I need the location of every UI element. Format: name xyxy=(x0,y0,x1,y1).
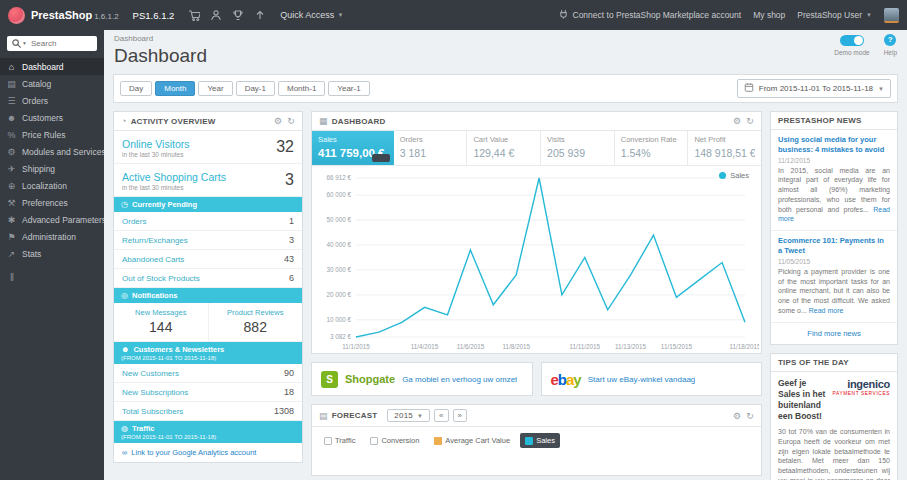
filter-button-month-1[interactable]: Month-1 xyxy=(278,81,325,96)
find-more-news-link[interactable]: Find more news xyxy=(771,323,897,344)
main-content: Dashboard Dashboard Demo mode ? Help Day… xyxy=(104,30,907,480)
sidebar-item-orders[interactable]: ☰Orders xyxy=(0,92,104,109)
kpi-net-profit[interactable]: Net Profit 148 918,51 € xyxy=(688,131,761,165)
date-range-picker[interactable]: From 2015-11-01 To 2015-11-18 ▼ xyxy=(737,79,891,98)
forecast-legend-traffic[interactable]: Traffic xyxy=(319,433,360,448)
sidebar-item-advanced-parameters[interactable]: ✱Advanced Parameters xyxy=(0,211,104,228)
forecast-panel: ▤ FORECAST 2015▼ « » ⚙↻ Traffic Conversi… xyxy=(311,404,762,476)
advanced-parameters-icon: ✱ xyxy=(6,215,17,225)
pending-row-orders[interactable]: Orders1 xyxy=(114,212,302,231)
sidebar-item-modules[interactable]: ⚙Modules and Services xyxy=(0,143,104,160)
product-reviews-cell[interactable]: Product Reviews 882 xyxy=(209,303,303,341)
svg-text:30 000 €: 30 000 € xyxy=(326,266,351,273)
gear-icon[interactable]: ⚙ xyxy=(274,116,282,126)
sidebar-item-price-rules[interactable]: %Price Rules xyxy=(0,126,104,143)
read-more-link[interactable]: Read more xyxy=(809,307,844,314)
brand-title[interactable]: PrestaShop1.6.1.2 xyxy=(31,9,119,21)
orders-icon: ☰ xyxy=(6,96,17,106)
tips-headline: Geef je Sales in het buitenland een Boos… xyxy=(778,378,828,422)
forecast-prev-button[interactable]: « xyxy=(434,409,448,422)
news-panel-title: PRESTASHOP NEWS xyxy=(778,116,862,125)
activity-clock-icon: ◔ xyxy=(121,116,127,126)
kpi-orders[interactable]: Orders 3 181 xyxy=(394,131,468,165)
tips-of-the-day-panel: TIPS OF THE DAY Geef je Sales in het bui… xyxy=(770,353,898,480)
filter-button-day[interactable]: Day xyxy=(120,81,152,96)
quick-access-menu[interactable]: Quick Access▼ xyxy=(280,10,343,20)
sidebar-item-administration[interactable]: ⚑Administration xyxy=(0,228,104,245)
sidebar-item-shipping[interactable]: ✈Shipping xyxy=(0,160,104,177)
sidebar-item-stats[interactable]: ↗Stats xyxy=(0,245,104,262)
page-title: Dashboard xyxy=(114,45,897,67)
ebay-link[interactable]: Start uw eBay-winkel vandaag xyxy=(588,375,696,384)
prestashop-logo-icon[interactable] xyxy=(8,7,25,24)
user-menu[interactable]: PrestaShop User▼ xyxy=(797,10,872,20)
active-carts-stat[interactable]: Active Shopping Carts in the last 30 min… xyxy=(114,164,302,197)
kpi-cart-value[interactable]: Cart Value 129,44 € xyxy=(467,131,541,165)
chart-legend[interactable]: Sales xyxy=(719,171,749,180)
filter-button-year-1[interactable]: Year-1 xyxy=(328,81,369,96)
orders-notification-icon[interactable] xyxy=(188,9,200,21)
dashboard-panel-icon: ▦ xyxy=(319,116,328,126)
forecast-legend-conversion[interactable]: Conversion xyxy=(365,433,424,448)
plug-icon xyxy=(558,8,569,22)
sidebar-collapse-button[interactable]: ‖ xyxy=(10,272,104,283)
filter-button-day-1[interactable]: Day-1 xyxy=(236,81,275,96)
trophy-icon[interactable] xyxy=(232,9,244,21)
svg-text:11/4/2015: 11/4/2015 xyxy=(411,343,439,350)
demo-mode-toggle[interactable] xyxy=(840,35,864,46)
svg-text:40 000 €: 40 000 € xyxy=(326,241,351,248)
pending-row-out-of-stock[interactable]: Out of Stock Products6 xyxy=(114,269,302,288)
breadcrumb[interactable]: Dashboard xyxy=(114,34,897,43)
sidebar-item-localization[interactable]: ⊕Localization xyxy=(0,177,104,194)
sidebar-item-preferences[interactable]: ⚒Preferences xyxy=(0,194,104,211)
forecast-year-select[interactable]: 2015▼ xyxy=(387,409,430,422)
shopgate-link[interactable]: Ga mobiel en verhoog uw omzet xyxy=(402,375,517,384)
customers-row-new-customers[interactable]: New Customers90 xyxy=(114,364,302,383)
user-avatar[interactable] xyxy=(884,8,899,23)
customers-row-total-subscribers[interactable]: Total Subscribers1308 xyxy=(114,402,302,421)
kpi-conversion-rate[interactable]: Conversion Rate 1.54% xyxy=(615,131,689,165)
svg-text:11/8/2015: 11/8/2015 xyxy=(502,343,530,350)
refresh-icon[interactable]: ↻ xyxy=(287,116,295,126)
gear-icon[interactable]: ⚙ xyxy=(733,411,741,421)
online-visitors-stat[interactable]: Online Visitors in the last 30 minutes 3… xyxy=(114,131,302,164)
filter-button-year[interactable]: Year xyxy=(198,81,232,96)
svg-text:10 000 €: 10 000 € xyxy=(326,316,351,323)
pending-row-returns[interactable]: Return/Exchanges3 xyxy=(114,231,302,250)
new-messages-cell[interactable]: New Messages 144 xyxy=(114,303,209,341)
sidebar-item-catalog[interactable]: ▤Catalog xyxy=(0,75,104,92)
forecast-legend-sales[interactable]: Sales xyxy=(520,433,560,448)
svg-text:11/11/2015: 11/11/2015 xyxy=(570,343,601,350)
chevron-down-icon: ▼ xyxy=(337,12,343,18)
shop-name-link[interactable]: PS1.6.1.2 xyxy=(133,10,175,21)
refresh-icon[interactable]: ↻ xyxy=(746,116,754,126)
filter-button-month[interactable]: Month xyxy=(155,81,195,96)
news-headline-link[interactable]: Ecommerce 101: Payments in a Tweet xyxy=(778,236,890,256)
sales-chart-area: Sales 66 912 €60 000 €50 000 €40 000 €30… xyxy=(312,166,761,353)
forecast-legend-average-cart-value[interactable]: Average Cart Value xyxy=(429,433,515,448)
checkbox-icon xyxy=(370,437,378,445)
sidebar-item-customers[interactable]: ☻Customers xyxy=(0,109,104,126)
refresh-icon[interactable]: ↻ xyxy=(746,411,754,421)
sidebar-item-dashboard[interactable]: ⌂Dashboard xyxy=(0,58,104,75)
localization-icon: ⊕ xyxy=(6,181,17,191)
search-scope-caret-icon[interactable]: ▼ xyxy=(22,40,27,46)
gear-icon[interactable]: ⚙ xyxy=(733,116,741,126)
news-item: Ecommerce 101: Payments in a Tweet 11/05… xyxy=(771,231,897,322)
my-shop-link[interactable]: My shop xyxy=(753,10,785,20)
help-icon[interactable]: ? xyxy=(884,34,896,46)
calendar-icon xyxy=(744,82,754,95)
online-visitors-value: 32 xyxy=(276,138,294,156)
pending-row-abandoned-carts[interactable]: Abandoned Carts43 xyxy=(114,250,302,269)
kpi-sales[interactable]: Sales 411 759,00 € xyxy=(312,131,394,165)
marketplace-link[interactable]: Connect to PrestaShop Marketplace accoun… xyxy=(558,8,742,22)
news-headline-link[interactable]: Using social media for your business: 4 … xyxy=(778,135,890,155)
forecast-next-button[interactable]: » xyxy=(453,409,467,422)
kpi-visits[interactable]: Visits 205 939 xyxy=(541,131,615,165)
customers-notification-icon[interactable] xyxy=(210,9,222,21)
google-analytics-link[interactable]: ∞Link to your Google Analytics account xyxy=(114,443,302,462)
sales-line-chart[interactable]: 66 912 €60 000 €50 000 €40 000 €30 000 €… xyxy=(314,170,759,353)
customers-row-new-subscriptions[interactable]: New Subscriptions18 xyxy=(114,383,302,402)
arrow-up-icon[interactable] xyxy=(254,9,266,21)
customers-icon: ☻ xyxy=(121,345,129,354)
